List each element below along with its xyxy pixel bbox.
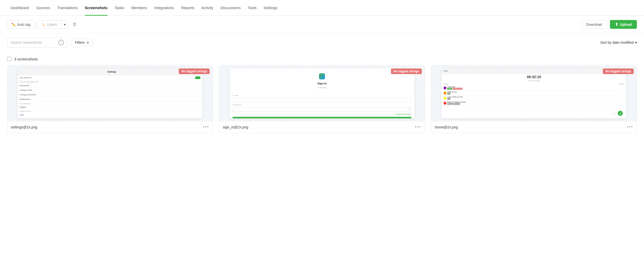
- screenshot-filename-home: home@2x.png: [435, 125, 458, 129]
- mock-row: USD ›: [18, 113, 203, 117]
- filters-button[interactable]: Filters ≡: [71, 38, 93, 47]
- screenshot-preview-settings[interactable]: ← Settings Use Touch Id TouchId descript…: [7, 65, 213, 121]
- mock-row: English ›: [18, 105, 203, 109]
- mock-signin-content: Sign In to Skillhub E-mail Password 👁 Fo…: [230, 68, 414, 118]
- nav-members[interactable]: Members: [128, 0, 151, 16]
- auto-tag-button[interactable]: ✏️ Auto tag: [7, 20, 34, 29]
- more-options-settings[interactable]: •••: [203, 124, 209, 130]
- mock-fab-button: +: [618, 111, 623, 116]
- no-tagged-badge-signin: No tagged strings: [391, 69, 422, 74]
- auto-tag-group: ✏️ Auto tag: [7, 20, 35, 29]
- mock-row: Notifications ›: [18, 97, 203, 102]
- search-wrap: ?: [7, 37, 68, 48]
- section-header: 3 screenshots: [7, 57, 637, 61]
- nav-screenshots[interactable]: Screenshots: [81, 0, 111, 16]
- mock-project: • Moves Project: [441, 80, 626, 82]
- trash-icon: 🗑: [72, 22, 77, 27]
- no-tagged-badge-settings: No tagged strings: [179, 69, 210, 74]
- auto-tag-label: Auto tag: [17, 23, 30, 27]
- nav-activity[interactable]: Activity: [198, 0, 217, 16]
- screenshot-preview-home[interactable]: Task — 00:32:10 • Moves Project Today Se…: [431, 65, 637, 121]
- top-nav: Dashboard Sources Translations Screensho…: [0, 0, 644, 16]
- screenshot-footer-home: home@2x.png •••: [431, 121, 637, 133]
- mock-row: Change password ›: [18, 93, 203, 97]
- auto-tag-icon: ✏️: [11, 23, 16, 27]
- screenshots-section: 3 screenshots ← Settings Use Touch Id To…: [0, 52, 644, 138]
- more-options-signin[interactable]: •••: [415, 124, 421, 130]
- mock-header: ← Settings: [18, 68, 203, 75]
- nav-reports[interactable]: Reports: [178, 0, 198, 16]
- mock-task-row-3: Learn HTML & CSS — ›: [441, 96, 626, 101]
- search-input[interactable]: [11, 40, 58, 44]
- sort-dropdown[interactable]: Sort by date modified ▾: [600, 40, 637, 44]
- nav-tasks[interactable]: Tasks: [111, 0, 128, 16]
- screenshots-grid: ← Settings Use Touch Id TouchId descript…: [7, 65, 637, 133]
- nav-discussions[interactable]: Discussions: [217, 0, 244, 16]
- screenshot-filename-signin: sign_in@2x.png: [223, 125, 248, 129]
- filter-icon: ≡: [87, 40, 89, 44]
- labels-dropdown-button[interactable]: ▾: [61, 20, 68, 29]
- help-icon[interactable]: ?: [58, 40, 64, 45]
- mock-app-icon: [319, 73, 325, 79]
- select-all-checkbox[interactable]: [7, 57, 12, 61]
- chevron-down-icon: ▾: [635, 40, 637, 44]
- upload-label: Upload: [620, 23, 632, 27]
- delete-button[interactable]: 🗑: [70, 20, 79, 29]
- mock-task-row-2: Mktg Str-Up — ›: [441, 91, 626, 96]
- mock-task-row-4: Read 10 pages of book Status Waiting ›: [441, 101, 626, 106]
- labels-icon: 🏷️: [41, 23, 45, 27]
- labels-button[interactable]: 🏷️ Labels: [37, 20, 61, 29]
- toolbar: ✏️ Auto tag 🏷️ Labels ▾ 🗑 Download ⬆ Upl…: [0, 16, 644, 33]
- nav-tools[interactable]: Tools: [244, 0, 260, 16]
- mock-row: Use Touch Id: [18, 75, 203, 80]
- filters-label: Filters: [75, 40, 85, 44]
- screenshot-footer-settings: settings@2x.png •••: [7, 121, 213, 133]
- labels-label: Labels: [47, 23, 57, 27]
- nav-dashboard[interactable]: Dashboard: [7, 0, 33, 16]
- labels-group: 🏷️ Labels ▾: [37, 20, 68, 29]
- mock-home-header: Task —: [441, 68, 626, 74]
- mock-row: Edit profile ›: [18, 83, 203, 88]
- toolbar-right: Download ⬆ Upload: [581, 20, 637, 29]
- search-bar: ? Filters ≡ Sort by date modified ▾: [0, 33, 644, 52]
- screenshot-footer-signin: sign_in@2x.png •••: [219, 121, 425, 133]
- mock-screen-home: Task — 00:32:10 • Moves Project Today Se…: [441, 68, 626, 118]
- mock-stop-button: ◻: [613, 111, 616, 115]
- screenshot-card-home: Task — 00:32:10 • Moves Project Today Se…: [431, 65, 637, 133]
- sort-label: Sort by date modified: [600, 40, 634, 44]
- mock-screen-settings: ← Settings Use Touch Id TouchId descript…: [18, 68, 203, 118]
- mock-today: Today See All: [441, 83, 626, 85]
- mock-row: Change email ›: [18, 88, 203, 93]
- nav-integrations[interactable]: Integrations: [151, 0, 177, 16]
- upload-icon: ⬆: [615, 22, 618, 27]
- nav-settings[interactable]: Settings: [260, 0, 281, 16]
- mock-timer: 00:32:10: [441, 74, 626, 80]
- nav-sources[interactable]: Sources: [33, 0, 54, 16]
- upload-button[interactable]: ⬆ Upload: [610, 20, 637, 29]
- screenshot-card-signin: Sign In to Skillhub E-mail Password 👁 Fo…: [219, 65, 425, 133]
- screenshots-count: 3 screenshots: [14, 57, 38, 61]
- chevron-down-icon: ▾: [64, 23, 66, 27]
- screenshot-card-settings: ← Settings Use Touch Id TouchId descript…: [7, 65, 213, 133]
- nav-translations[interactable]: Translations: [54, 0, 81, 16]
- mock-task-row-1: UXDesign Start Design Tags ›: [441, 85, 626, 91]
- mock-signin-title: Sign In: [317, 82, 327, 85]
- download-button[interactable]: Download: [581, 20, 607, 29]
- no-tagged-badge-home: No tagged strings: [603, 69, 634, 74]
- more-options-home[interactable]: •••: [627, 124, 633, 130]
- mock-screen-signin: Sign In to Skillhub E-mail Password 👁 Fo…: [230, 68, 414, 118]
- screenshot-preview-signin[interactable]: Sign In to Skillhub E-mail Password 👁 Fo…: [219, 65, 425, 121]
- screenshot-filename-settings: settings@2x.png: [11, 125, 37, 129]
